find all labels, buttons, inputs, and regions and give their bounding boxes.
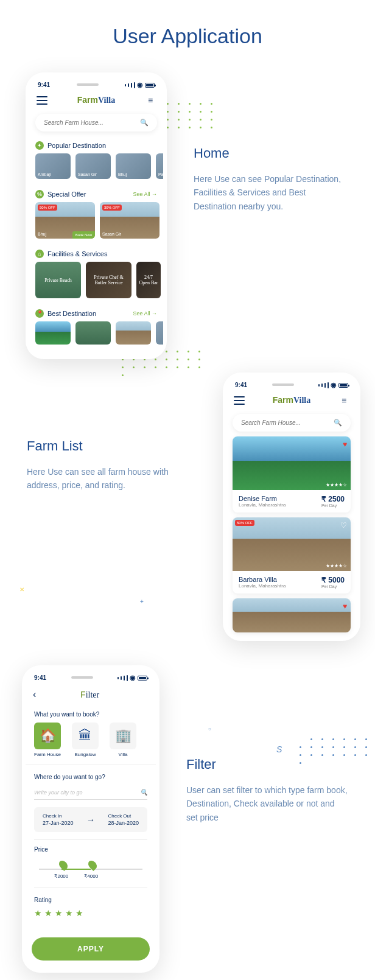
- offer-row[interactable]: 50% OFF Bhuj Book Now 30% OFF Sasan Gir: [29, 202, 163, 245]
- farm-card[interactable]: 50% OFF ♡ ★★★★☆ Barbara Villa Lonavla, M…: [233, 517, 351, 593]
- see-all-link[interactable]: See All →: [133, 310, 157, 317]
- filter-icon[interactable]: ≡: [338, 396, 349, 405]
- popular-header: ✦ Popular Destination: [29, 136, 163, 153]
- farm-per: Per Day: [321, 503, 345, 508]
- dest-card[interactable]: Bhuj: [116, 153, 151, 179]
- rating-stars: ★★★★☆: [326, 563, 347, 569]
- heart-icon[interactable]: ♥: [343, 602, 347, 611]
- notch: [272, 383, 294, 386]
- price-max: ₹4000: [84, 873, 98, 879]
- type-villa[interactable]: 🏢 Villa: [110, 723, 136, 757]
- star-icon[interactable]: ★: [55, 908, 63, 918]
- farmhouse-icon: 🏠: [34, 723, 61, 749]
- filter-text: User can set filter to which type farm b…: [186, 783, 348, 824]
- facilities-title: Facilities & Services: [47, 250, 157, 257]
- status-time: 9:41: [34, 674, 46, 681]
- facilities-header: ⌂ Facilities & Services: [29, 245, 163, 262]
- filter-screen: 9:41 ◉ ‹ Filter What you want to book? 🏠…: [22, 665, 159, 973]
- notch: [77, 83, 99, 86]
- heart-icon[interactable]: ♥: [343, 440, 347, 449]
- search-input[interactable]: [44, 119, 140, 126]
- search-icon[interactable]: 🔍: [140, 789, 147, 796]
- percent-icon: %: [35, 190, 44, 198]
- discount-tag: 30% OFF: [102, 205, 122, 211]
- filter-header: ‹ Filter: [26, 684, 156, 705]
- filter-description: Filter User can set filter to which type…: [174, 757, 360, 824]
- search-icon[interactable]: 🔍: [140, 119, 149, 127]
- heart-icon[interactable]: ♡: [340, 521, 347, 530]
- farm-price: ₹ 2500: [321, 495, 345, 503]
- facility-card[interactable]: Private Beach: [35, 262, 81, 298]
- facility-card[interactable]: 24/7 Open Bar: [136, 262, 161, 298]
- checkin[interactable]: Check In 27-Jan-2020: [43, 813, 74, 826]
- search-input[interactable]: [241, 419, 334, 426]
- type-row: 🏠 Farm House 🏛 Bungalow 🏢 Villa: [26, 723, 156, 765]
- apply-button[interactable]: APPLY: [32, 937, 150, 961]
- destination-question: Where do you want to go?: [26, 768, 156, 785]
- home-text: Here Use can see Popular Destination, Fa…: [194, 172, 348, 213]
- type-bungalow[interactable]: 🏛 Bungalow: [72, 723, 99, 757]
- best-header: 📍 Best Destination See All →: [29, 304, 163, 321]
- rating-stars[interactable]: ★★★★★: [34, 908, 147, 918]
- logo: FarmVilla: [77, 95, 116, 105]
- star-icon[interactable]: ★: [34, 908, 42, 918]
- see-all-link[interactable]: See All →: [133, 191, 157, 197]
- best-card[interactable]: [156, 321, 163, 345]
- logo: FarmVilla: [273, 395, 311, 405]
- list-heading: Farm List: [27, 438, 196, 454]
- offer-label: Sasan Gir: [102, 232, 121, 236]
- offer-card[interactable]: 30% OFF Sasan Gir: [100, 202, 159, 239]
- rating-filter[interactable]: Rating ★★★★★: [26, 897, 156, 926]
- popular-row[interactable]: Ambaji Sasan Gir Bhuj Pa: [29, 153, 163, 185]
- checkout[interactable]: Check Out 28-Jan-2020: [108, 813, 139, 826]
- search-icon[interactable]: 🔍: [334, 419, 342, 427]
- farm-price: ₹ 5000: [321, 576, 345, 584]
- menu-icon[interactable]: [37, 96, 47, 105]
- status-icons: ◉: [318, 381, 348, 389]
- search-bar[interactable]: 🔍: [35, 114, 157, 131]
- farm-location: Lonavla, Maharashtra: [239, 502, 286, 508]
- status-bar: 9:41 ◉: [226, 377, 357, 391]
- battery-icon: [338, 383, 348, 388]
- best-card[interactable]: [116, 321, 151, 345]
- star-icon[interactable]: ★: [65, 908, 73, 918]
- facility-card[interactable]: Private Chef & Butler Service: [86, 262, 131, 298]
- wifi-icon: ◉: [331, 381, 337, 389]
- farm-card[interactable]: ♥ ★★★★☆ Denise Farm Lonavla, Maharashtra…: [233, 436, 351, 513]
- offer-label: Bhuj: [38, 232, 46, 236]
- filter-icon[interactable]: ≡: [145, 96, 156, 105]
- back-icon[interactable]: ‹: [33, 689, 36, 700]
- farm-image: ♥ ★★★★☆: [233, 436, 351, 490]
- search-bar[interactable]: 🔍: [233, 414, 351, 432]
- book-now-button[interactable]: Book Now: [72, 231, 95, 239]
- pin-icon: 📍: [35, 309, 44, 318]
- dest-card[interactable]: Ambaji: [35, 153, 71, 179]
- farm-per: Per Day: [321, 584, 345, 589]
- dest-card[interactable]: Sasan Gir: [75, 153, 111, 179]
- best-card[interactable]: [75, 321, 111, 345]
- best-row[interactable]: [29, 321, 163, 351]
- list-screen: 9:41 ◉ FarmVilla ≡ 🔍 ♥ ★★★★☆ Denis: [223, 373, 360, 641]
- menu-icon[interactable]: [234, 396, 245, 405]
- date-picker[interactable]: Check In 27-Jan-2020 → Check Out 28-Jan-…: [34, 807, 147, 832]
- discount-tag: 50% OFF: [235, 520, 254, 526]
- battery-icon: [138, 676, 147, 681]
- star-icon[interactable]: ★: [75, 908, 83, 918]
- city-input[interactable]: Write your city to go 🔍: [34, 785, 147, 800]
- farm-card[interactable]: ♥: [233, 598, 351, 632]
- status-icons: ◉: [125, 81, 155, 89]
- star-icon[interactable]: ★: [44, 908, 52, 918]
- price-slider[interactable]: ₹2000 ₹4000: [34, 869, 147, 888]
- price-min: ₹2000: [54, 873, 68, 879]
- status-time: 9:41: [38, 82, 50, 88]
- discount-tag: 50% OFF: [38, 205, 57, 211]
- best-card[interactable]: [35, 321, 71, 345]
- home-description: Home Here Use can see Popular Destinatio…: [181, 145, 360, 213]
- decoration-dots: [300, 738, 375, 764]
- type-farmhouse[interactable]: 🏠 Farm House: [34, 723, 61, 757]
- battery-icon: [145, 83, 155, 88]
- dest-card[interactable]: Pa: [156, 153, 163, 179]
- facilities-row[interactable]: Private Beach Private Chef & Butler Serv…: [29, 262, 163, 304]
- bungalow-icon: 🏛: [72, 723, 99, 749]
- offer-card[interactable]: 50% OFF Bhuj Book Now: [35, 202, 95, 239]
